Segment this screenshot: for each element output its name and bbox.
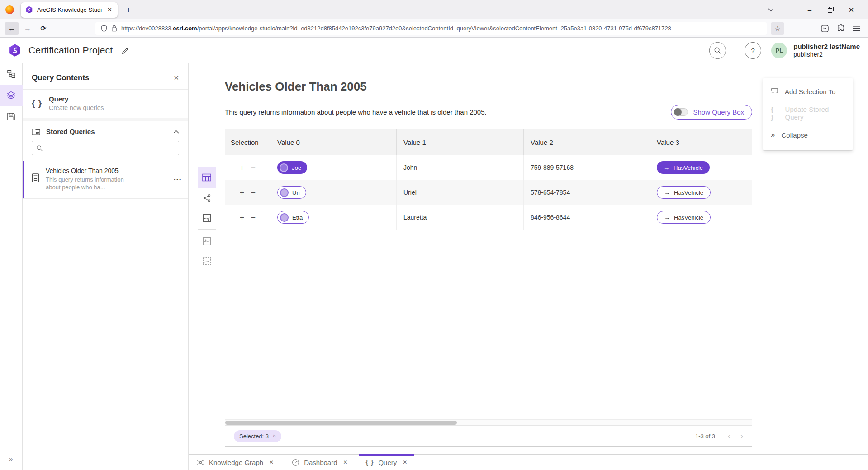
selected-count-label: Selected: 3 (239, 433, 269, 440)
entity-pill[interactable]: Etta (277, 211, 309, 224)
save-icon[interactable] (0, 106, 23, 127)
deselect-minus-button[interactable]: − (251, 189, 256, 197)
search-icon (36, 145, 43, 152)
entity-pill[interactable]: Uri (277, 186, 306, 199)
column-header-value1[interactable]: Value 1 (397, 129, 524, 155)
select-plus-button[interactable]: + (240, 189, 244, 197)
bookmark-star-icon[interactable]: ☆ (771, 22, 784, 35)
previous-page-icon[interactable]: ‹ (728, 432, 730, 440)
expand-rail-chevrons-icon[interactable]: » (0, 455, 23, 463)
column-header-value2[interactable]: Value 2 (524, 129, 650, 155)
deselect-minus-button[interactable]: − (251, 214, 256, 221)
clear-selection-icon[interactable]: × (273, 433, 276, 439)
value2-cell[interactable]: 759-889-57168 (524, 155, 650, 180)
edit-title-pencil-icon[interactable] (122, 47, 129, 54)
table-footer: Selected: 3 × 1-3 of 3 ‹ › (225, 425, 752, 446)
arcgis-knowledge-favicon-icon (25, 6, 33, 14)
tab-knowledge-graph[interactable]: Knowledge Graph ✕ (190, 455, 281, 470)
update-stored-query-label: Update Stored Query (785, 106, 845, 121)
help-button[interactable]: ? (745, 42, 761, 59)
relationship-label: HasVehicle (674, 214, 703, 221)
tab-close-icon[interactable]: ✕ (403, 459, 407, 465)
stored-query-more-icon[interactable]: ••• (174, 177, 182, 182)
selection-map-icon[interactable] (198, 251, 216, 271)
panel-title: Query Contents (32, 73, 173, 82)
add-selection-to-item[interactable]: Add Selection To (763, 81, 853, 102)
window-close-button[interactable]: ✕ (841, 2, 862, 18)
relationship-pill[interactable]: → HasVehicle (657, 186, 711, 199)
table-view-icon[interactable] (198, 167, 216, 188)
value2-cell[interactable]: 846-956-8644 (524, 205, 650, 230)
collapse-chevrons-icon: » (771, 130, 775, 139)
reload-button[interactable]: ⟳ (36, 22, 51, 35)
selected-count-chip[interactable]: Selected: 3 × (234, 430, 281, 442)
query-item[interactable]: { } Query Create new queries (23, 90, 188, 118)
table-row: + − Uri Uriel 578-654-7854 → HasVehicle (225, 180, 752, 205)
layers-icon[interactable] (0, 85, 23, 106)
select-plus-button[interactable]: + (240, 214, 244, 221)
tab-close-icon[interactable]: ✕ (343, 459, 348, 465)
value2-cell[interactable]: 578-654-7854 (524, 180, 650, 205)
new-tab-button[interactable]: + (126, 5, 131, 15)
collapse-item[interactable]: » Collapse (763, 124, 853, 146)
value1-cell[interactable]: John (397, 155, 524, 180)
data-model-icon[interactable] (0, 63, 23, 85)
deselect-minus-button[interactable]: − (251, 164, 256, 172)
menu-hamburger-icon[interactable] (849, 22, 863, 35)
stored-queries-label: Stored Queries (46, 128, 167, 135)
next-page-icon[interactable]: › (740, 432, 743, 440)
panel-close-icon[interactable]: ✕ (173, 74, 179, 82)
user-avatar[interactable]: PL (771, 43, 787, 58)
stored-query-item[interactable]: Vehicles Older Than 2005 This query retu… (23, 161, 188, 199)
table-row: + − Joe John 759-889-57168 → HasVehicle (225, 155, 752, 180)
project-title: Certification Project (28, 45, 113, 56)
collapse-label: Collapse (781, 131, 807, 139)
horizontal-scrollbar[interactable] (225, 419, 752, 425)
browser-tab-title: ArcGIS Knowledge Studio (37, 6, 102, 13)
value1-cell[interactable]: Uriel (397, 180, 524, 205)
stored-query-description: This query returns information about peo… (46, 176, 138, 192)
address-bar[interactable]: https://dev0028833.esri.com/portal/apps/… (95, 22, 767, 35)
column-header-value3[interactable]: Value 3 (650, 129, 752, 155)
relationship-pill[interactable]: → HasVehicle (657, 211, 711, 224)
tab-dashboard[interactable]: Dashboard ✕ (285, 455, 355, 470)
window-minimize-button[interactable]: – (799, 2, 820, 18)
tab-close-icon[interactable]: ✕ (106, 6, 113, 13)
tab-list-chevron-icon[interactable] (760, 2, 781, 18)
select-plus-button[interactable]: + (240, 164, 244, 172)
browser-tab[interactable]: ArcGIS Knowledge Studio ✕ (21, 2, 118, 18)
scrollbar-thumb[interactable] (225, 421, 457, 425)
forward-button[interactable]: → (20, 22, 35, 35)
show-query-box-toggle[interactable]: Show Query Box (671, 105, 752, 120)
window-restore-button[interactable] (820, 2, 841, 18)
stored-query-title: Vehicles Older Than 2005 (46, 167, 138, 174)
entity-avatar-icon (280, 213, 289, 222)
back-button[interactable]: ← (5, 22, 19, 35)
add-to-map-icon[interactable] (198, 231, 216, 251)
search-button[interactable] (709, 42, 726, 59)
link-chart-view-icon[interactable] (198, 188, 216, 208)
relationship-pill[interactable]: → HasVehicle (657, 161, 710, 174)
entity-pill[interactable]: Joe (277, 161, 307, 174)
value1-cell[interactable]: Lauretta (397, 205, 524, 230)
stored-queries-search[interactable] (32, 141, 179, 155)
update-stored-query-item[interactable]: { } Update Stored Query (763, 102, 853, 124)
app-header: Certification Project ? PL publisher2 la… (0, 38, 868, 63)
user-info[interactable]: publisher2 lastName publisher2 (793, 43, 860, 58)
collapse-section-chevron-icon[interactable] (173, 130, 179, 134)
extensions-puzzle-icon[interactable] (833, 22, 848, 35)
firefox-logo-icon[interactable] (5, 5, 14, 14)
tab-query[interactable]: { } Query ✕ (359, 455, 415, 470)
lock-icon[interactable] (111, 25, 117, 32)
map-view-icon[interactable] (198, 208, 216, 228)
relationship-label: HasVehicle (674, 189, 703, 196)
search-input[interactable] (47, 145, 175, 152)
tracking-shield-icon[interactable] (101, 25, 107, 32)
column-header-value0[interactable]: Value 0 (270, 129, 397, 155)
pocket-icon[interactable] (817, 22, 832, 35)
entity-avatar-icon (280, 188, 289, 197)
column-header-selection[interactable]: Selection (225, 129, 270, 155)
table-empty-area (225, 230, 752, 419)
tab-close-icon[interactable]: ✕ (269, 459, 274, 465)
stored-queries-header[interactable]: Stored Queries (23, 121, 188, 139)
